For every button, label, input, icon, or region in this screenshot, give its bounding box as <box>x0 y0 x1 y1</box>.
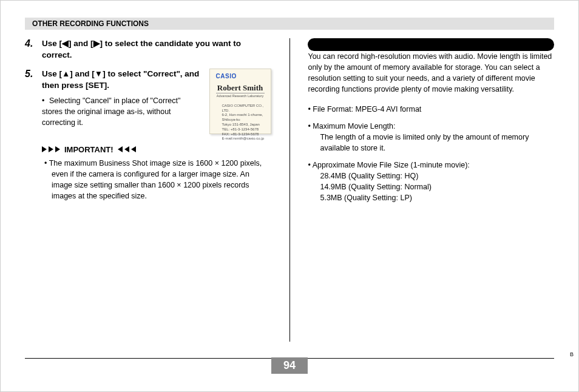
item-sub: The length of a movie is limited only by… <box>314 132 554 154</box>
business-card-image: CASIO Robert Smith Advanced Research Lab… <box>209 69 271 134</box>
card-line: Tokyo 151-8543, Japan <box>222 123 265 127</box>
note-text: Selecting "Cancel" in place of "Correct"… <box>42 96 180 127</box>
section-title-pill: Recording a Movie <box>308 38 554 51</box>
item-sub: 28.4MB (Quality Setting: HQ) <box>314 171 554 181</box>
item-head: Approximate Movie File Size (1-minute mo… <box>313 161 470 169</box>
important-content: The maximum Business Shot image size is … <box>49 159 262 200</box>
step-5: 5. Use [▲] and [▼] to select "Correct", … <box>25 69 271 134</box>
right-column: Recording a Movie You can record high-re… <box>308 38 554 342</box>
item-head: File Format: MPEG-4 AVI format <box>313 105 421 113</box>
step-4: 4. Use [◀] and [▶] to select the candida… <box>25 38 271 61</box>
step-number: 5. <box>25 69 42 134</box>
triangle-left-icon <box>131 146 136 152</box>
step-number: 4. <box>25 38 42 61</box>
page-number: 94 <box>271 357 308 374</box>
item-sub: 14.9MB (Quality Setting: Normal) <box>314 181 554 192</box>
triangle-right-icon <box>42 146 47 152</box>
important-heading: IMPORTANT! <box>25 145 271 154</box>
column-divider <box>290 38 290 342</box>
bullet-icon: • <box>308 161 310 169</box>
important-label: IMPORTANT! <box>64 145 113 154</box>
list-item: • Maximum Movie Length: The length of a … <box>308 121 554 154</box>
section-header: OTHER RECORDING FUNCTIONS <box>25 18 554 30</box>
list-item: • File Format: MPEG-4 AVI format <box>308 104 554 115</box>
important-text: • The maximum Business Shot image size i… <box>25 158 271 202</box>
list-item: • Approximate Movie File Size (1-minute … <box>308 160 554 204</box>
intro-paragraph: You can record high-resolution movies wi… <box>308 51 554 95</box>
card-name: Robert Smith <box>216 83 265 93</box>
card-line: FAX: +81-3-1234-5678 <box>222 132 265 137</box>
triangle-left-icon <box>124 146 129 152</box>
manual-page: OTHER RECORDING FUNCTIONS 4. Use [◀] and… <box>0 0 579 392</box>
corner-mark: B <box>570 351 574 357</box>
triangle-right-icon <box>55 146 60 152</box>
item-sub: 5.3MB (Quality Setting: LP) <box>314 192 554 203</box>
page-footer: 94 <box>25 358 554 359</box>
spec-list: • File Format: MPEG-4 AVI format • Maxim… <box>308 104 554 204</box>
card-line: E-mail:rsmith@casio.co.jp <box>222 137 265 141</box>
left-column: 4. Use [◀] and [▶] to select the candida… <box>25 38 271 342</box>
triangle-left-icon <box>118 146 123 152</box>
triangle-right-icon <box>49 146 53 152</box>
card-line: TEL: +81-3-1234-5678 <box>222 127 265 132</box>
card-logo: CASIO <box>216 73 265 79</box>
card-line: CASIO COMPUTER CO., LTD. <box>222 104 265 113</box>
two-column-layout: 4. Use [◀] and [▶] to select the candida… <box>25 38 554 342</box>
step-text: Use [◀] and [▶] to select the candidate … <box>42 38 271 61</box>
bullet-icon: • <box>42 95 49 106</box>
step-note: •Selecting "Cancel" in place of "Correct… <box>42 95 203 128</box>
section-title: Recording a Movie <box>310 38 554 51</box>
card-underline <box>216 93 265 93</box>
card-details: CASIO COMPUTER CO., LTD. 6-2, Hon-machi … <box>216 104 265 141</box>
step-text: Use [▲] and [▼] to select "Correct", and… <box>42 69 203 92</box>
bullet-icon: • <box>308 122 310 130</box>
bullet-icon: • <box>44 159 47 167</box>
card-line: 6-2, Hon-machi 1-chome, Shibuya-ku <box>222 113 265 123</box>
item-head: Maximum Movie Length: <box>313 122 395 130</box>
card-subtitle: Advanced Research Laboratory <box>216 94 265 98</box>
bullet-icon: • <box>308 105 310 113</box>
